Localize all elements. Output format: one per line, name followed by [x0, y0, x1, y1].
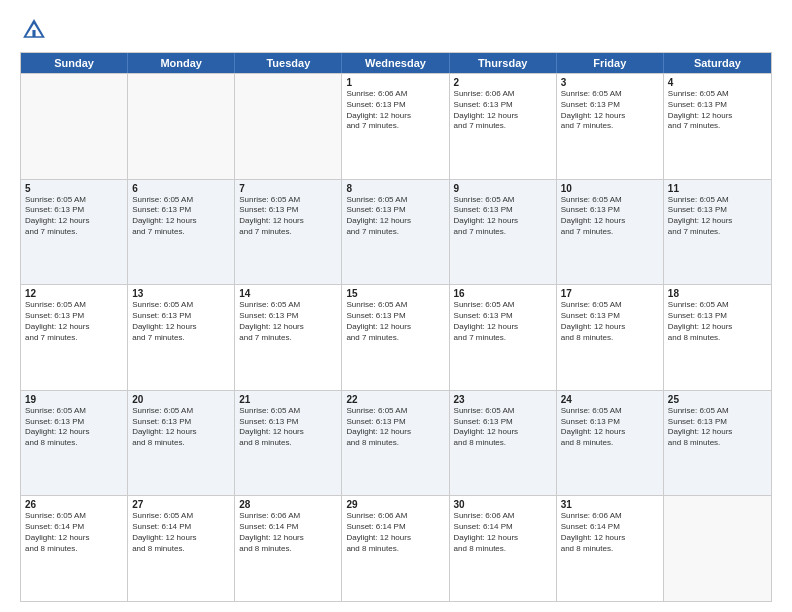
cell-info: Sunrise: 6:05 AM Sunset: 6:13 PM Dayligh…	[668, 406, 767, 449]
calendar-cell: 25Sunrise: 6:05 AM Sunset: 6:13 PM Dayli…	[664, 391, 771, 496]
day-number: 4	[668, 77, 767, 88]
day-number: 10	[561, 183, 659, 194]
calendar-cell: 22Sunrise: 6:05 AM Sunset: 6:13 PM Dayli…	[342, 391, 449, 496]
day-number: 25	[668, 394, 767, 405]
calendar-cell: 20Sunrise: 6:05 AM Sunset: 6:13 PM Dayli…	[128, 391, 235, 496]
calendar-header-cell: Saturday	[664, 53, 771, 73]
day-number: 28	[239, 499, 337, 510]
calendar-cell	[235, 74, 342, 179]
day-number: 31	[561, 499, 659, 510]
cell-info: Sunrise: 6:05 AM Sunset: 6:13 PM Dayligh…	[454, 300, 552, 343]
cell-info: Sunrise: 6:05 AM Sunset: 6:13 PM Dayligh…	[239, 406, 337, 449]
cell-info: Sunrise: 6:05 AM Sunset: 6:13 PM Dayligh…	[454, 406, 552, 449]
cell-info: Sunrise: 6:05 AM Sunset: 6:14 PM Dayligh…	[25, 511, 123, 554]
cell-info: Sunrise: 6:05 AM Sunset: 6:13 PM Dayligh…	[561, 300, 659, 343]
cell-info: Sunrise: 6:05 AM Sunset: 6:13 PM Dayligh…	[561, 195, 659, 238]
day-number: 7	[239, 183, 337, 194]
calendar-header-cell: Sunday	[21, 53, 128, 73]
cell-info: Sunrise: 6:05 AM Sunset: 6:13 PM Dayligh…	[561, 406, 659, 449]
day-number: 9	[454, 183, 552, 194]
page: SundayMondayTuesdayWednesdayThursdayFrid…	[0, 0, 792, 612]
day-number: 18	[668, 288, 767, 299]
day-number: 19	[25, 394, 123, 405]
day-number: 17	[561, 288, 659, 299]
day-number: 5	[25, 183, 123, 194]
calendar-cell: 29Sunrise: 6:06 AM Sunset: 6:14 PM Dayli…	[342, 496, 449, 601]
cell-info: Sunrise: 6:06 AM Sunset: 6:14 PM Dayligh…	[239, 511, 337, 554]
day-number: 21	[239, 394, 337, 405]
day-number: 20	[132, 394, 230, 405]
day-number: 14	[239, 288, 337, 299]
cell-info: Sunrise: 6:05 AM Sunset: 6:14 PM Dayligh…	[132, 511, 230, 554]
calendar-cell: 16Sunrise: 6:05 AM Sunset: 6:13 PM Dayli…	[450, 285, 557, 390]
calendar-header-cell: Monday	[128, 53, 235, 73]
day-number: 8	[346, 183, 444, 194]
calendar-cell: 15Sunrise: 6:05 AM Sunset: 6:13 PM Dayli…	[342, 285, 449, 390]
cell-info: Sunrise: 6:05 AM Sunset: 6:13 PM Dayligh…	[561, 89, 659, 132]
cell-info: Sunrise: 6:06 AM Sunset: 6:13 PM Dayligh…	[454, 89, 552, 132]
cell-info: Sunrise: 6:05 AM Sunset: 6:13 PM Dayligh…	[668, 300, 767, 343]
calendar-header: SundayMondayTuesdayWednesdayThursdayFrid…	[21, 53, 771, 73]
calendar-cell: 4Sunrise: 6:05 AM Sunset: 6:13 PM Daylig…	[664, 74, 771, 179]
calendar-header-cell: Wednesday	[342, 53, 449, 73]
day-number: 30	[454, 499, 552, 510]
calendar-cell: 8Sunrise: 6:05 AM Sunset: 6:13 PM Daylig…	[342, 180, 449, 285]
calendar-header-cell: Thursday	[450, 53, 557, 73]
day-number: 22	[346, 394, 444, 405]
calendar: SundayMondayTuesdayWednesdayThursdayFrid…	[20, 52, 772, 602]
calendar-cell: 2Sunrise: 6:06 AM Sunset: 6:13 PM Daylig…	[450, 74, 557, 179]
calendar-cell: 30Sunrise: 6:06 AM Sunset: 6:14 PM Dayli…	[450, 496, 557, 601]
day-number: 2	[454, 77, 552, 88]
calendar-cell: 6Sunrise: 6:05 AM Sunset: 6:13 PM Daylig…	[128, 180, 235, 285]
cell-info: Sunrise: 6:06 AM Sunset: 6:13 PM Dayligh…	[346, 89, 444, 132]
logo	[20, 16, 52, 44]
logo-icon	[20, 16, 48, 44]
calendar-row: 12Sunrise: 6:05 AM Sunset: 6:13 PM Dayli…	[21, 284, 771, 390]
cell-info: Sunrise: 6:06 AM Sunset: 6:14 PM Dayligh…	[561, 511, 659, 554]
calendar-cell: 13Sunrise: 6:05 AM Sunset: 6:13 PM Dayli…	[128, 285, 235, 390]
cell-info: Sunrise: 6:05 AM Sunset: 6:13 PM Dayligh…	[346, 195, 444, 238]
cell-info: Sunrise: 6:05 AM Sunset: 6:13 PM Dayligh…	[25, 300, 123, 343]
calendar-cell	[664, 496, 771, 601]
cell-info: Sunrise: 6:05 AM Sunset: 6:13 PM Dayligh…	[132, 195, 230, 238]
day-number: 27	[132, 499, 230, 510]
calendar-cell: 27Sunrise: 6:05 AM Sunset: 6:14 PM Dayli…	[128, 496, 235, 601]
calendar-row: 5Sunrise: 6:05 AM Sunset: 6:13 PM Daylig…	[21, 179, 771, 285]
day-number: 26	[25, 499, 123, 510]
calendar-cell: 9Sunrise: 6:05 AM Sunset: 6:13 PM Daylig…	[450, 180, 557, 285]
day-number: 1	[346, 77, 444, 88]
day-number: 16	[454, 288, 552, 299]
day-number: 15	[346, 288, 444, 299]
calendar-cell: 24Sunrise: 6:05 AM Sunset: 6:13 PM Dayli…	[557, 391, 664, 496]
calendar-cell: 23Sunrise: 6:05 AM Sunset: 6:13 PM Dayli…	[450, 391, 557, 496]
calendar-cell: 14Sunrise: 6:05 AM Sunset: 6:13 PM Dayli…	[235, 285, 342, 390]
day-number: 3	[561, 77, 659, 88]
day-number: 6	[132, 183, 230, 194]
calendar-row: 26Sunrise: 6:05 AM Sunset: 6:14 PM Dayli…	[21, 495, 771, 601]
calendar-header-cell: Friday	[557, 53, 664, 73]
calendar-cell: 11Sunrise: 6:05 AM Sunset: 6:13 PM Dayli…	[664, 180, 771, 285]
header	[20, 16, 772, 44]
day-number: 24	[561, 394, 659, 405]
cell-info: Sunrise: 6:05 AM Sunset: 6:13 PM Dayligh…	[25, 195, 123, 238]
cell-info: Sunrise: 6:05 AM Sunset: 6:13 PM Dayligh…	[25, 406, 123, 449]
calendar-cell: 7Sunrise: 6:05 AM Sunset: 6:13 PM Daylig…	[235, 180, 342, 285]
calendar-cell: 31Sunrise: 6:06 AM Sunset: 6:14 PM Dayli…	[557, 496, 664, 601]
calendar-cell: 12Sunrise: 6:05 AM Sunset: 6:13 PM Dayli…	[21, 285, 128, 390]
calendar-body: 1Sunrise: 6:06 AM Sunset: 6:13 PM Daylig…	[21, 73, 771, 601]
calendar-cell	[21, 74, 128, 179]
calendar-cell: 1Sunrise: 6:06 AM Sunset: 6:13 PM Daylig…	[342, 74, 449, 179]
calendar-cell: 21Sunrise: 6:05 AM Sunset: 6:13 PM Dayli…	[235, 391, 342, 496]
calendar-cell: 28Sunrise: 6:06 AM Sunset: 6:14 PM Dayli…	[235, 496, 342, 601]
calendar-cell: 19Sunrise: 6:05 AM Sunset: 6:13 PM Dayli…	[21, 391, 128, 496]
cell-info: Sunrise: 6:05 AM Sunset: 6:13 PM Dayligh…	[668, 195, 767, 238]
calendar-cell: 10Sunrise: 6:05 AM Sunset: 6:13 PM Dayli…	[557, 180, 664, 285]
day-number: 29	[346, 499, 444, 510]
cell-info: Sunrise: 6:05 AM Sunset: 6:13 PM Dayligh…	[454, 195, 552, 238]
cell-info: Sunrise: 6:06 AM Sunset: 6:14 PM Dayligh…	[454, 511, 552, 554]
cell-info: Sunrise: 6:06 AM Sunset: 6:14 PM Dayligh…	[346, 511, 444, 554]
cell-info: Sunrise: 6:05 AM Sunset: 6:13 PM Dayligh…	[668, 89, 767, 132]
calendar-row: 19Sunrise: 6:05 AM Sunset: 6:13 PM Dayli…	[21, 390, 771, 496]
cell-info: Sunrise: 6:05 AM Sunset: 6:13 PM Dayligh…	[132, 300, 230, 343]
cell-info: Sunrise: 6:05 AM Sunset: 6:13 PM Dayligh…	[346, 300, 444, 343]
